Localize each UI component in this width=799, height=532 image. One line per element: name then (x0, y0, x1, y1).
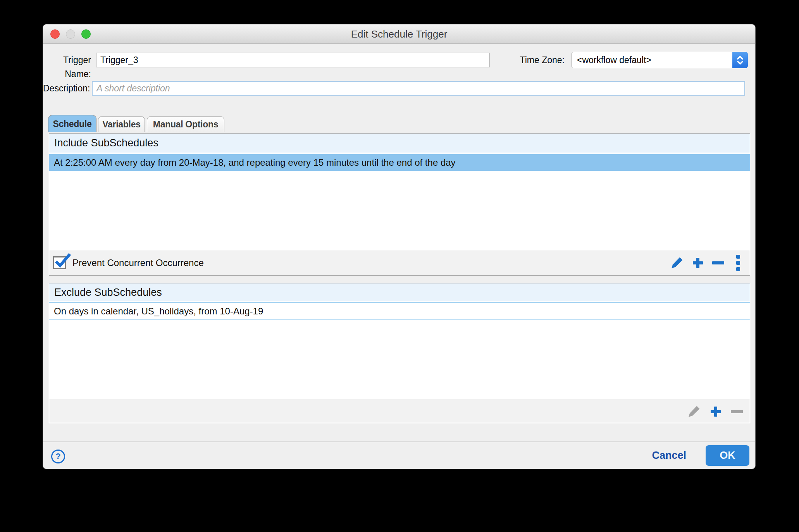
plus-icon (710, 406, 722, 417)
exclude-subschedules-header: Exclude SubSchedules (49, 283, 750, 302)
zoom-button[interactable] (81, 29, 91, 39)
screen: Edit Schedule Trigger Trigger Name: Time… (0, 0, 799, 532)
help-button[interactable]: ? (51, 450, 65, 463)
time-zone-label: Time Zone: (477, 53, 565, 67)
include-list-empty-area (49, 171, 750, 250)
exclude-remove-button-disabled[interactable] (731, 410, 743, 414)
tab-manual-options[interactable]: Manual Options (147, 116, 224, 132)
chevron-up-down-icon (732, 52, 748, 68)
minus-icon (712, 261, 724, 265)
plus-icon (692, 257, 704, 269)
exclude-add-button[interactable] (710, 406, 722, 417)
include-edit-button[interactable] (671, 256, 684, 269)
prevent-concurrent-checkbox[interactable] (53, 256, 66, 269)
trigger-name-label: Trigger Name: (43, 53, 91, 67)
dialog-window: Edit Schedule Trigger Trigger Name: Time… (43, 24, 756, 469)
include-subschedules-header: Include SubSchedules (49, 134, 750, 154)
trigger-name-input[interactable] (96, 53, 490, 67)
title-bar[interactable]: Edit Schedule Trigger (43, 24, 755, 44)
pencil-icon (671, 256, 684, 269)
include-toolbar: Prevent Concurrent Occurrence (49, 250, 750, 275)
checkmark-icon (55, 253, 72, 268)
help-icon: ? (55, 451, 60, 461)
ok-button[interactable]: OK (706, 445, 749, 466)
include-remove-button[interactable] (712, 261, 724, 265)
exclude-toolbar (49, 400, 750, 423)
time-zone-value: <workflow default> (577, 52, 651, 68)
pencil-icon (688, 405, 701, 418)
close-button[interactable] (50, 29, 60, 39)
description-input[interactable] (92, 81, 745, 96)
tab-variables[interactable]: Variables (98, 116, 145, 132)
include-schedule-row[interactable]: At 2:25:00 AM every day from 20-May-18, … (49, 154, 750, 171)
include-more-button[interactable] (736, 255, 740, 271)
time-zone-select[interactable]: <workflow default> (571, 52, 748, 68)
kebab-menu-icon (736, 255, 740, 271)
include-subschedules-panel: Include SubSchedules At 2:25:00 AM every… (49, 133, 750, 276)
exclude-subschedules-panel: Exclude SubSchedules On days in calendar… (49, 283, 750, 423)
footer-divider (43, 441, 755, 442)
prevent-concurrent-label: Prevent Concurrent Occurrence (72, 257, 204, 268)
exclude-edit-button-disabled[interactable] (688, 405, 701, 418)
description-label: Description: (43, 81, 88, 95)
window-title: Edit Schedule Trigger (43, 24, 755, 44)
minimize-button[interactable] (66, 29, 75, 39)
include-add-button[interactable] (692, 257, 704, 269)
exclude-schedule-row[interactable]: On days in calendar, US_holidays, from 1… (49, 302, 750, 320)
exclude-list-empty-area (49, 320, 750, 400)
tab-schedule[interactable]: Schedule (48, 115, 96, 132)
cancel-button[interactable]: Cancel (652, 445, 686, 466)
minus-icon (731, 410, 743, 414)
